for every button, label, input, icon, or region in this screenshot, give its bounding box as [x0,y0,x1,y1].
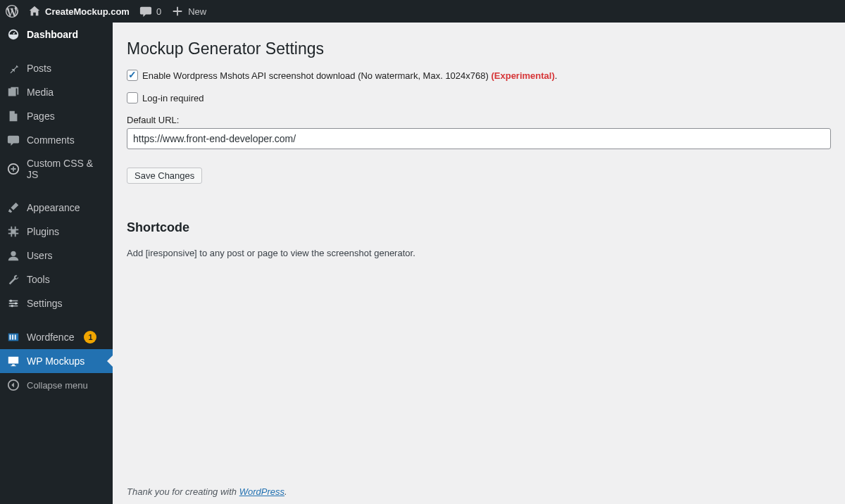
login-required-label[interactable]: Log-in required [142,93,204,103]
enable-mshots-label[interactable]: Enable Wordpress Mshots API screenshot d… [142,70,557,81]
plus-icon [171,5,184,18]
user-icon [7,249,20,262]
svg-point-1 [11,251,15,256]
home-icon [28,5,41,18]
menu-label: Settings [27,298,63,309]
shortcode-desc: Add [iresponsive] to any post or page to… [127,248,831,258]
svg-point-3 [15,302,18,305]
new-label: New [188,6,206,17]
plugin-icon [7,225,20,238]
menu-label: WP Mockups [27,355,84,367]
media-icon [7,86,20,99]
menu-label: Pages [27,111,55,122]
menu-comments[interactable]: Comments [0,128,113,152]
menu-label: Users [27,250,53,261]
menu-wp-mockups[interactable]: WP Mockups [0,349,113,373]
footer: Thank you for creating with WordPress. [113,479,845,504]
admin-bar: CreateMockup.com 0 New [0,0,845,23]
menu-label: Tools [27,274,50,285]
svg-point-4 [11,305,13,308]
menu-pages[interactable]: Pages [0,104,113,128]
comment-icon [7,134,20,146]
footer-text: Thank you for creating with [127,486,239,497]
pin-icon [7,62,20,75]
dashboard-icon [7,28,20,41]
login-required-row: Log-in required [127,92,831,103]
comment-icon [139,5,152,18]
menu-settings[interactable]: Settings [0,291,113,315]
site-link[interactable]: CreateMockup.com [28,5,130,18]
menu-label: Posts [27,63,51,74]
menu-plugins[interactable]: Plugins [0,220,113,244]
wp-logo[interactable] [6,5,18,18]
menu-wordfence[interactable]: Wordfence 1 [0,325,113,349]
new-link[interactable]: New [171,5,206,18]
shield-icon [7,331,20,344]
comments-count: 0 [156,6,161,17]
menu-label: Custom CSS & JS [27,158,106,180]
wrench-icon [7,273,20,286]
plus-circle-icon [7,163,20,175]
main-content: Mockup Generator Settings Enable Wordpre… [113,23,845,504]
sliders-icon [7,297,20,310]
menu-label: Plugins [27,226,59,237]
page-title: Mockup Generator Settings [127,30,831,70]
menu-collapse[interactable]: Collapse menu [0,373,113,397]
wordpress-icon [6,5,18,18]
menu-media[interactable]: Media [0,80,113,104]
menu-tools[interactable]: Tools [0,267,113,291]
wordpress-link[interactable]: WordPress [239,486,284,497]
menu-appearance[interactable]: Appearance [0,196,113,220]
comments-link[interactable]: 0 [139,5,161,18]
shortcode-title: Shortcode [127,220,831,235]
login-required-checkbox[interactable] [127,92,138,103]
collapse-icon [7,379,20,391]
menu-label: Appearance [27,202,80,213]
enable-mshots-row: Enable Wordpress Mshots API screenshot d… [127,70,831,81]
menu-label: Dashboard [27,29,78,40]
badge: 1 [84,331,96,344]
menu-label: Media [27,87,54,98]
experimental-tag: (Experimental) [491,70,554,81]
menu-label: Comments [27,134,75,146]
menu-users[interactable]: Users [0,244,113,267]
menu-custom-css[interactable]: Custom CSS & JS [0,152,113,186]
menu-label: Wordfence [27,332,74,343]
sidebar: Dashboard Posts Media Pages Comments Cus… [0,23,113,504]
svg-point-2 [10,300,13,303]
monitor-icon [7,355,20,367]
menu-posts[interactable]: Posts [0,56,113,80]
default-url-field: Default URL: [127,115,831,149]
site-name: CreateMockup.com [45,6,130,17]
menu-label: Collapse menu [27,380,88,391]
brush-icon [7,201,20,214]
page-icon [7,110,20,122]
menu-dashboard[interactable]: Dashboard [0,23,113,46]
save-button[interactable]: Save Changes [127,168,202,184]
default-url-input[interactable] [127,128,831,149]
default-url-label: Default URL: [127,115,831,125]
enable-mshots-checkbox[interactable] [127,70,138,81]
